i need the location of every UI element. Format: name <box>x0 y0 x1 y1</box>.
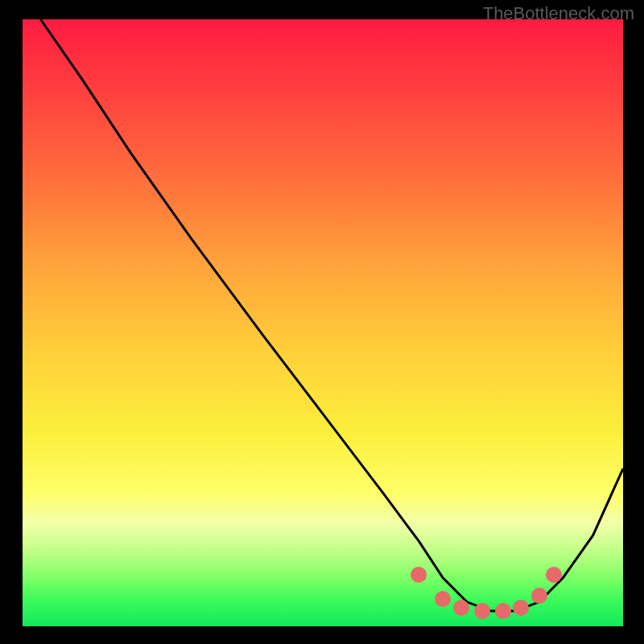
chart-marker <box>546 567 562 583</box>
chart-plot-area <box>23 19 623 626</box>
chart-marker <box>474 603 490 619</box>
chart-marker <box>453 600 469 616</box>
chart-marker <box>495 603 511 619</box>
chart-marker <box>513 600 529 616</box>
chart-curve-path <box>40 19 623 611</box>
watermark-text: TheBottleneck.com <box>483 3 634 24</box>
chart-curve-svg <box>23 19 623 626</box>
chart-marker <box>411 567 427 583</box>
chart-marker <box>531 588 547 604</box>
chart-marker <box>435 591 451 607</box>
